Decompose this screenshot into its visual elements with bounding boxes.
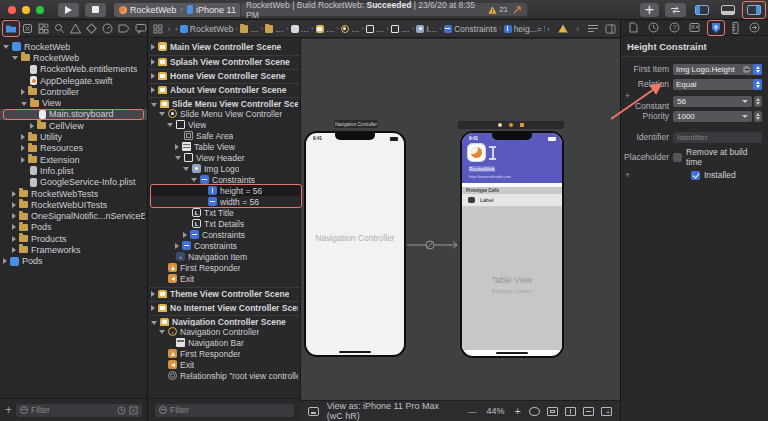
document-outline-toggle-icon[interactable]	[153, 24, 163, 34]
project-tree-row[interactable]: RocketWeb	[0, 41, 147, 52]
outline-row[interactable]: Exit	[149, 359, 300, 370]
zoom-level[interactable]: 44%	[487, 406, 505, 416]
recent-files-icon[interactable]	[117, 406, 126, 415]
disclosure-triangle[interactable]	[12, 56, 18, 60]
outline-row[interactable]: Safe Area	[149, 130, 300, 141]
toggle-inspectors-button[interactable]	[744, 3, 764, 17]
priority-field[interactable]: 1000	[673, 111, 752, 122]
placeholder-checkbox[interactable]	[673, 153, 682, 162]
disclosure-triangle[interactable]	[21, 102, 27, 106]
breadcrumb-segment[interactable]: heig...= 56	[504, 24, 545, 34]
disclosure-triangle[interactable]	[12, 236, 16, 242]
breadcrumb-segment[interactable]: …	[265, 24, 284, 34]
tab-find[interactable]	[54, 23, 65, 34]
outline-row[interactable]: ‹Navigation Item	[149, 251, 300, 262]
zoom-in-button[interactable]: +	[515, 405, 521, 417]
relation-dropdown[interactable]: Equal	[673, 79, 762, 90]
outline-row[interactable]: Splash View Controller Scene	[149, 55, 300, 66]
project-tree-row[interactable]: Utility	[0, 131, 147, 142]
outline-row[interactable]: No Internet View Controller Scene	[149, 301, 300, 312]
scene-dock-icons[interactable]	[458, 121, 564, 129]
project-tree-row[interactable]: Main.storyboard	[0, 109, 147, 120]
tab-identity-inspector[interactable]	[689, 22, 700, 33]
outline-row[interactable]: width = 56	[149, 196, 300, 207]
project-tree-row[interactable]: RocketWeb.entitlements	[0, 64, 147, 75]
forward-button[interactable]: ›	[175, 24, 178, 34]
breadcrumb-segment[interactable]: …	[341, 24, 360, 34]
breadcrumb-segment[interactable]: …	[316, 24, 335, 34]
exit-dock-icon[interactable]	[520, 123, 524, 127]
outline-row[interactable]: Constraints	[149, 174, 300, 185]
next-issue-button[interactable]: ›	[576, 24, 579, 34]
disclosure-triangle[interactable]	[151, 305, 155, 311]
disclosure-triangle[interactable]	[167, 123, 173, 127]
zoom-out-button[interactable]: —	[469, 407, 477, 416]
back-button[interactable]: ‹	[168, 24, 171, 34]
disclosure-triangle[interactable]	[159, 330, 165, 334]
outline-row[interactable]: Slide Menu View Controller	[149, 108, 300, 119]
disclosure-triangle[interactable]	[12, 191, 16, 197]
project-tree-row[interactable]: RocketWebUITests	[0, 199, 147, 210]
project-tree-row[interactable]: RocketWebTests	[0, 188, 147, 199]
storyboard-canvas[interactable]: Navigation Controller 9:41 Navigation Co…	[300, 39, 620, 400]
disclosure-triangle[interactable]	[151, 87, 155, 93]
scene-dock-title[interactable]: Navigation Controller	[334, 120, 378, 128]
outline-row[interactable]: View Header	[149, 152, 300, 163]
constant-field[interactable]: 56	[673, 96, 752, 107]
outline-row[interactable]: First Responder	[149, 348, 300, 359]
project-tree-row[interactable]: Frameworks	[0, 244, 147, 255]
update-frames-icon[interactable]	[529, 407, 540, 416]
warning-count[interactable]: 21	[488, 5, 508, 14]
outline-row[interactable]: About View Controller Scene	[149, 83, 300, 94]
disclosure-triangle[interactable]	[183, 167, 189, 171]
txt-details[interactable]: http://www.infixsoft.com	[469, 174, 511, 179]
disclosure-triangle[interactable]	[21, 145, 25, 151]
disclosure-triangle[interactable]	[21, 157, 25, 163]
project-tree-row[interactable]: CellView	[0, 120, 147, 131]
add-constraints-icon[interactable]	[583, 407, 594, 416]
outline-row[interactable]: Constraints	[149, 240, 300, 251]
priority-stepper[interactable]	[754, 111, 762, 122]
outline-row[interactable]: Theme View Controller Scene	[149, 287, 300, 298]
tab-connections-inspector[interactable]	[749, 22, 760, 33]
close-window-button[interactable]	[8, 6, 16, 14]
tab-file-inspector[interactable]	[629, 22, 638, 33]
stop-button[interactable]	[85, 3, 106, 17]
disclosure-triangle[interactable]	[151, 44, 155, 50]
run-button[interactable]	[58, 3, 79, 17]
project-tree-row[interactable]: Pods	[0, 256, 147, 267]
project-tree-row[interactable]: Controller	[0, 86, 147, 97]
disclosure-triangle[interactable]	[151, 103, 157, 107]
tab-issues[interactable]	[70, 23, 81, 34]
breadcrumb-segment[interactable]: RocketWeb	[180, 24, 234, 34]
embed-in-icon[interactable]	[547, 407, 558, 416]
view-as-button[interactable]: View as: iPhone 11 Pro Max (wC hR)	[327, 401, 455, 421]
outline-row[interactable]: First Responder	[149, 262, 300, 273]
disclosure-triangle[interactable]	[12, 202, 16, 208]
library-button[interactable]: +	[640, 3, 659, 17]
tab-size-inspector[interactable]	[732, 22, 739, 34]
view-header[interactable]: 9:41 RocketWeb http://www.infixsoft.com	[462, 133, 562, 183]
installed-checkbox[interactable]	[691, 171, 700, 180]
outline-row[interactable]: Img Logo	[149, 163, 300, 174]
outline-row[interactable]: LTxt Title	[149, 207, 300, 218]
outline-row[interactable]: LTxt Details	[149, 218, 300, 229]
project-tree-row[interactable]: Extension	[0, 154, 147, 165]
outline-row[interactable]: View	[149, 119, 300, 130]
txt-title[interactable]: RocketWeb	[469, 166, 495, 172]
zoom-window-button[interactable]	[36, 6, 44, 14]
outline-row[interactable]: Constraints	[149, 229, 300, 240]
navigator-filter-field[interactable]: Filter	[16, 404, 142, 417]
minimize-window-button[interactable]	[22, 6, 30, 14]
disclosure-triangle[interactable]	[183, 232, 187, 238]
resolve-autolayout-icon[interactable]	[601, 407, 612, 416]
tab-quick-help-inspector[interactable]: ?	[669, 22, 680, 33]
disclosure-triangle[interactable]	[191, 178, 197, 182]
first-item-dropdown[interactable]: Img Logo.Height	[673, 64, 762, 75]
add-file-button[interactable]: +	[5, 404, 12, 416]
project-tree-row[interactable]: Info.plist	[0, 165, 147, 176]
toggle-debug-area-button[interactable]	[718, 3, 738, 17]
slide-menu-scene[interactable]: 9:41 RocketWeb http://www.infixsoft.com …	[460, 131, 564, 358]
scheme-selector[interactable]: RocketWeb › iPhone 11	[114, 3, 241, 17]
outline-row[interactable]: Home View Controller Scene	[149, 69, 300, 80]
